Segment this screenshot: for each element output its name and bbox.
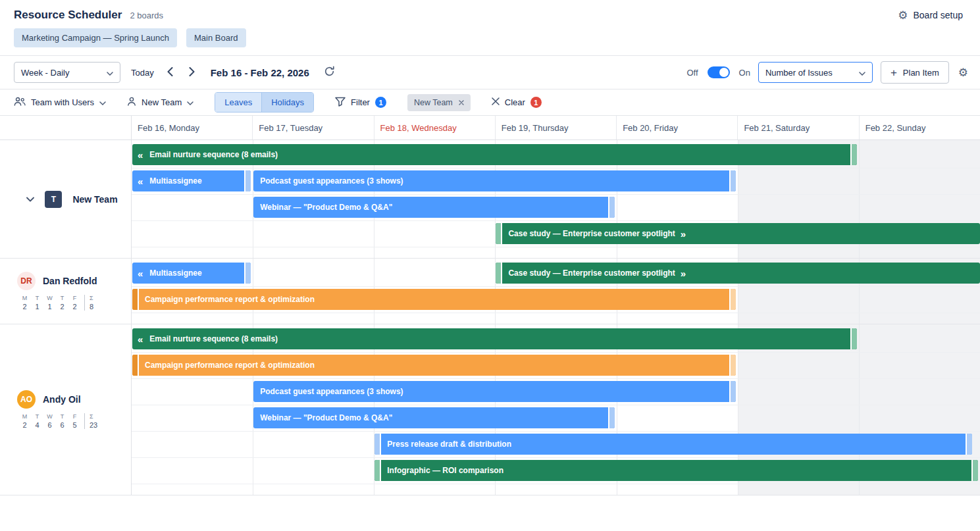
schedule-bar[interactable]: Press release draft & distribution: [374, 434, 972, 455]
calendar-header: Feb 16, MondayFeb 17, TuesdayFeb 18, Wed…: [0, 116, 980, 140]
schedule-bar[interactable]: Campaign performance report & optimizati…: [132, 355, 736, 376]
number-of-issues-value: Number of Issues: [765, 68, 833, 78]
settings-button[interactable]: ⚙: [957, 66, 969, 80]
lane-divider: [132, 286, 980, 287]
workload-day: T2: [56, 295, 68, 311]
resource-scheduler-app: Resource Scheduler 2 boards ⚙ Board setu…: [0, 0, 980, 531]
schedule-bar[interactable]: «Multiassignee: [132, 170, 251, 191]
lane-divider: [132, 457, 980, 458]
bar-start-cap: [496, 263, 502, 284]
holidays-button[interactable]: Holidays: [261, 93, 313, 112]
schedule-bar[interactable]: Campaign performance report & optimizati…: [132, 289, 736, 310]
next-week-button[interactable]: [186, 66, 197, 80]
scheduler-row: TNew Team«Email nurture sequence (8 emai…: [0, 140, 980, 259]
filter-label: Filter: [351, 97, 370, 107]
continues-left-icon: «: [138, 150, 143, 160]
lane-divider: [132, 313, 980, 313]
workload-day: F5: [68, 413, 81, 429]
page-title: Resource Scheduler: [14, 9, 122, 22]
bar-label: Multiassignee: [149, 176, 201, 186]
lane-divider: [132, 431, 980, 432]
bar-end-cap: [729, 381, 736, 402]
schedule-bar[interactable]: «Multiassignee: [132, 263, 251, 284]
schedule-bar[interactable]: Webinar — "Product Demo & Q&A": [253, 407, 614, 428]
bar-start-cap: [132, 355, 139, 376]
avatar: DR: [17, 272, 36, 290]
filter-funnel-icon: [335, 97, 346, 109]
bar-end-cap: [966, 434, 972, 455]
clear-filters-button[interactable]: Clear 1: [492, 97, 542, 108]
bar-label: Email nurture sequence (8 emails): [149, 334, 278, 343]
schedule-bar[interactable]: Infographic — ROI comparison: [374, 460, 978, 481]
schedule-bar[interactable]: «Email nurture sequence (8 emails): [132, 144, 857, 165]
bar-end-cap: [850, 328, 857, 349]
gear-icon: ⚙: [898, 10, 908, 21]
bar-end-cap: [729, 289, 736, 310]
filter-count-badge: 1: [375, 97, 386, 108]
lane-divider: [132, 352, 980, 353]
workload-total: Σ23: [84, 413, 97, 429]
team-select[interactable]: New Team: [127, 97, 193, 108]
board-chip-main[interactable]: Main Board: [186, 28, 245, 47]
board-setup-button[interactable]: ⚙ Board setup: [898, 10, 963, 21]
bar-end-cap: [244, 170, 251, 191]
app-header: Resource Scheduler 2 boards ⚙ Board setu…: [0, 0, 980, 24]
bar-end-cap: [608, 197, 615, 218]
prev-week-button[interactable]: [165, 66, 176, 80]
toolbar: Week - Daily Today Feb 16 - Feb 22, 2026…: [0, 55, 980, 89]
issues-toggle[interactable]: [708, 66, 730, 78]
people-icon: [14, 97, 26, 108]
day-header-cell: Feb 16, Monday: [132, 116, 252, 139]
resource-name: Dan Redfold: [43, 276, 97, 286]
team-select-value: New Team: [142, 97, 182, 107]
row-label: AOAndy OilM2T4W6T6F5Σ23: [0, 324, 132, 495]
number-of-issues-select[interactable]: Number of Issues: [758, 62, 873, 83]
workload-day: T4: [31, 413, 43, 429]
lane-divider: [132, 220, 980, 221]
row-timeline: «Email nurture sequence (8 emails)«Multi…: [132, 140, 980, 258]
lane-divider: [132, 194, 980, 195]
schedule-bar[interactable]: Case study — Enterprise customer spotlig…: [496, 223, 980, 244]
active-filter-chip[interactable]: New Team: [407, 94, 471, 111]
resource-head: DRDan Redfold: [17, 272, 131, 290]
refresh-button[interactable]: [322, 64, 336, 80]
leaves-button[interactable]: Leaves: [215, 93, 261, 112]
calendar-header-spacer: [0, 116, 132, 139]
filter-button[interactable]: Filter 1: [335, 97, 386, 109]
day-header-cell: Feb 21, Saturday: [737, 116, 858, 139]
schedule-bar[interactable]: Podcast guest appearances (3 shows): [253, 381, 736, 402]
toggle-off-label: Off: [686, 68, 698, 78]
resource-name: New Team: [72, 194, 117, 205]
day-header-cell: Feb 18, Wednesday: [374, 116, 495, 139]
bar-end-cap: [971, 460, 978, 481]
bar-label: Podcast guest appearances (3 shows): [260, 387, 403, 396]
plan-item-button[interactable]: + Plan Item: [881, 61, 949, 84]
workload-day: T6: [56, 413, 68, 429]
board-chip-marketing[interactable]: Marketing Campaign — Spring Launch: [14, 28, 177, 47]
gear-icon: ⚙: [958, 67, 968, 78]
leaves-holidays-segment: Leaves Holidays: [215, 92, 314, 113]
workload-summary: M2T1W1T2F2Σ8: [18, 295, 131, 311]
workload-total: Σ8: [84, 295, 94, 311]
scheduler-rows: TNew Team«Email nurture sequence (8 emai…: [0, 140, 980, 495]
board-chips: Marketing Campaign — Spring Launch Main …: [0, 24, 980, 55]
view-mode-select[interactable]: Week - Daily: [14, 62, 120, 83]
schedule-bar[interactable]: «Email nurture sequence (8 emails): [132, 328, 857, 349]
boards-count: 2 boards: [130, 11, 163, 20]
plus-icon: +: [890, 67, 897, 78]
team-with-users-label: Team with Users: [31, 97, 94, 107]
resource-head: AOAndy Oil: [17, 390, 131, 409]
schedule-bar[interactable]: Podcast guest appearances (3 shows): [253, 170, 736, 191]
workload-day: M2: [18, 295, 31, 311]
continues-left-icon: «: [138, 176, 143, 186]
bar-start-cap: [374, 460, 381, 481]
schedule-bar[interactable]: Case study — Enterprise customer spotlig…: [496, 263, 980, 284]
collapse-chevron-icon[interactable]: [26, 197, 34, 202]
team-with-users-select[interactable]: Team with Users: [14, 97, 106, 108]
clear-count-badge: 1: [530, 97, 542, 108]
remove-filter-icon[interactable]: [459, 98, 464, 107]
calendar-header-days: Feb 16, MondayFeb 17, TuesdayFeb 18, Wed…: [132, 116, 980, 139]
today-button[interactable]: Today: [131, 68, 154, 78]
schedule-bar[interactable]: Webinar — "Product Demo & Q&A": [253, 197, 614, 218]
workload-day: F2: [68, 295, 81, 311]
